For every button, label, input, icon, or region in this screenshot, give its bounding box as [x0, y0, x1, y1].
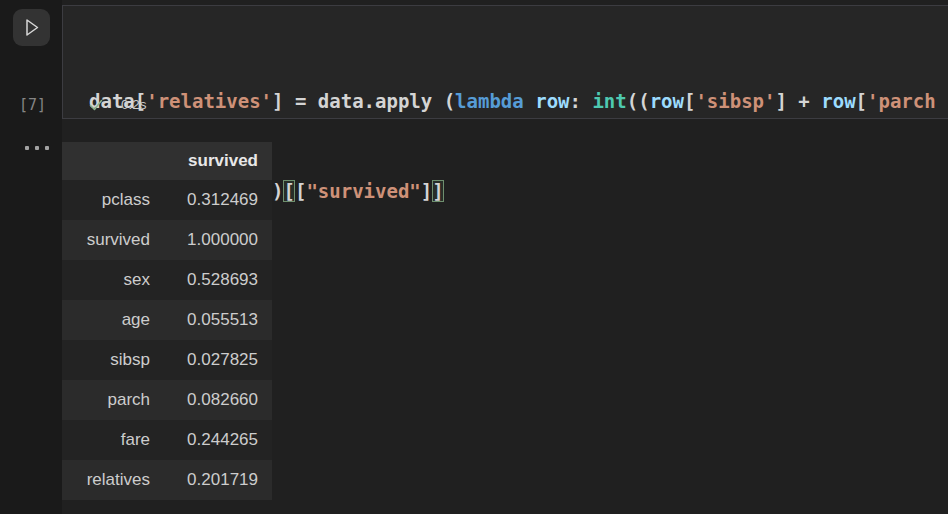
table-row: relatives0.201719 — [62, 460, 272, 500]
success-check-icon — [88, 97, 104, 113]
row-index-label: survived — [62, 220, 150, 260]
ellipsis-dot — [45, 146, 49, 150]
cell-gutter: [7] — [0, 0, 62, 514]
row-index-label: sibsp — [62, 340, 150, 380]
row-index-label: parch — [62, 380, 150, 420]
correlation-value: 1.000000 — [150, 220, 272, 260]
correlation-value: 0.027825 — [150, 340, 272, 380]
row-index-label: sex — [62, 260, 150, 300]
row-index-label: fare — [62, 420, 150, 460]
execution-count: [7] — [19, 96, 46, 114]
ellipsis-dot — [35, 146, 39, 150]
run-cell-button[interactable] — [13, 9, 50, 46]
table-row: survived1.000000 — [62, 220, 272, 260]
table-row: sex0.528693 — [62, 260, 272, 300]
execution-duration: 0.2s — [121, 97, 147, 112]
table-row: fare0.244265 — [62, 420, 272, 460]
table-row: age0.055513 — [62, 300, 272, 340]
correlation-value: 0.244265 — [150, 420, 272, 460]
code-token: ] — [432, 180, 443, 202]
ellipsis-dot — [25, 146, 29, 150]
table-row: pclass0.312469 — [62, 180, 272, 220]
survived-column-header: survived — [150, 142, 272, 180]
row-index-label: pclass — [62, 180, 150, 220]
correlation-value: 0.312469 — [150, 180, 272, 220]
code-token: ] — [421, 180, 432, 202]
table-body: pclass0.312469survived1.000000sex0.52869… — [62, 180, 272, 500]
correlation-value: 0.082660 — [150, 380, 272, 420]
code-cell-editor[interactable]: data['relatives'] = data.apply (lambda r… — [62, 5, 948, 119]
code-token: "survived" — [306, 180, 420, 202]
table-row: sibsp0.027825 — [62, 340, 272, 380]
table-header-row: survived — [62, 142, 272, 180]
dataframe-table: survived pclass0.312469survived1.000000s… — [62, 142, 272, 500]
correlation-value: 0.528693 — [150, 260, 272, 300]
code-token: [ — [283, 180, 294, 202]
row-index-label: relatives — [62, 460, 150, 500]
index-column-header — [62, 142, 150, 180]
output-options-ellipsis[interactable] — [23, 144, 51, 152]
code-token: [ — [295, 180, 306, 202]
row-index-label: age — [62, 300, 150, 340]
table-row: parch0.082660 — [62, 380, 272, 420]
correlation-value: 0.055513 — [150, 300, 272, 340]
cell-status-bar: 0.2s — [63, 91, 948, 118]
play-icon — [24, 18, 40, 37]
correlation-value: 0.201719 — [150, 460, 272, 500]
